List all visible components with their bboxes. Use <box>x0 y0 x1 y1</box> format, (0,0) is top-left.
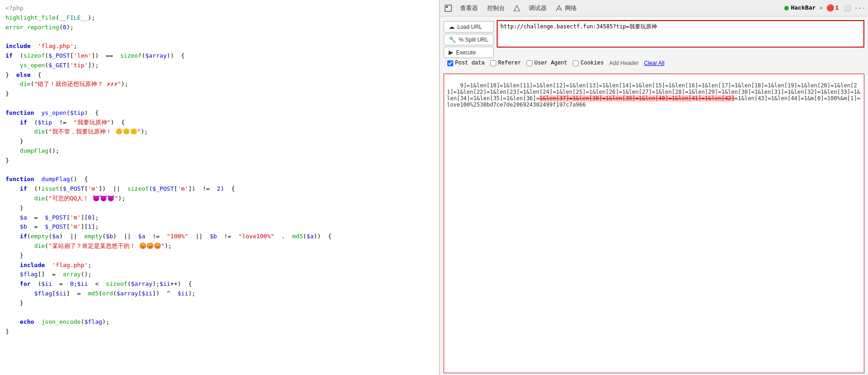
load-url-icon: ☁ <box>449 23 455 30</box>
svg-rect-1 <box>446 6 448 8</box>
cookies-checkbox[interactable] <box>573 60 579 66</box>
split-url-icon: 🔧 <box>449 36 456 43</box>
load-url-button[interactable]: ☁ Load URL <box>444 21 494 32</box>
post-data-checkbox[interactable] <box>447 60 453 66</box>
error-badge: 🔴 1 <box>826 4 839 12</box>
hackbar-body: ☁ Load URL 🔧 % Split URL ▶ Execute <box>440 16 868 72</box>
code-panel: <?php highlight_file(__FILE__); error_re… <box>0 0 439 375</box>
inspector-button[interactable]: 查看器 <box>458 3 480 13</box>
clear-all-button[interactable]: Clear All <box>644 60 665 66</box>
url-input[interactable] <box>497 20 864 48</box>
options-row: Post data Referer User Agent Cookies Add… <box>447 58 864 68</box>
left-buttons: ☁ Load URL 🔧 % Split URL ▶ Execute <box>444 20 494 58</box>
referer-label: Referer <box>498 60 521 66</box>
window-icon[interactable]: ⬜ <box>842 4 852 13</box>
execute-area: ▶ Execute <box>444 47 494 58</box>
console-button[interactable]: 控制台 <box>485 3 507 13</box>
debugger-button[interactable]: 调试器 <box>527 3 548 13</box>
response-area: 9]=1&len[10]=1&len[11]=1&len[12]=1&len[1… <box>444 74 864 373</box>
inspector-label: 查看器 <box>460 4 478 12</box>
console-label: 控制台 <box>487 4 505 12</box>
debugger-icon[interactable] <box>512 4 521 13</box>
hackbar-brand: HackBar <box>784 5 816 11</box>
hackbar-toolbar: 查看器 控制台 调试器 网络 HackBar » <box>440 0 868 16</box>
user-agent-checkbox-item: User Agent <box>526 60 567 66</box>
hackbar-panel: 查看器 控制台 调试器 网络 HackBar » <box>439 0 868 375</box>
response-text: 9]=1&len[10]=1&len[11]=1&len[12]=1&len[1… <box>447 82 860 108</box>
svg-marker-2 <box>514 5 520 11</box>
user-agent-checkbox[interactable] <box>526 60 532 66</box>
execute-icon: ▶ <box>449 49 453 56</box>
cookies-checkbox-item: Cookies <box>573 60 603 66</box>
network-label: 网络 <box>565 4 577 12</box>
referer-checkbox[interactable] <box>490 60 496 66</box>
debugger-label: 调试器 <box>529 4 547 12</box>
execute-button[interactable]: ▶ Execute <box>444 47 494 58</box>
post-data-checkbox-item: Post data <box>447 60 485 66</box>
add-header-button[interactable]: Add Header <box>609 60 639 66</box>
split-url-label: % Split URL <box>459 37 488 43</box>
hackbar-brand-label: HackBar <box>791 5 816 11</box>
code-content: <?php highlight_file(__FILE__); error_re… <box>5 4 434 337</box>
load-url-label: Load URL <box>457 24 482 30</box>
post-data-label: Post data <box>455 60 485 66</box>
menu-icon[interactable]: ··· <box>855 4 864 13</box>
inspector-icon[interactable] <box>444 4 453 13</box>
referer-checkbox-item: Referer <box>490 60 521 66</box>
split-url-button[interactable]: 🔧 % Split URL <box>444 34 494 45</box>
error-count: 1 <box>835 5 839 11</box>
green-dot-icon <box>784 6 789 11</box>
cookies-label: Cookies <box>580 60 603 66</box>
toolbar-right: HackBar » 🔴 1 ⬜ ··· <box>784 4 864 13</box>
url-section: ☁ Load URL 🔧 % Split URL ▶ Execute <box>444 20 864 58</box>
execute-label: Execute <box>456 49 476 56</box>
user-agent-label: User Agent <box>534 60 567 66</box>
network-button[interactable]: 网络 <box>554 3 579 13</box>
hackbar-more-button[interactable]: » <box>819 5 823 11</box>
